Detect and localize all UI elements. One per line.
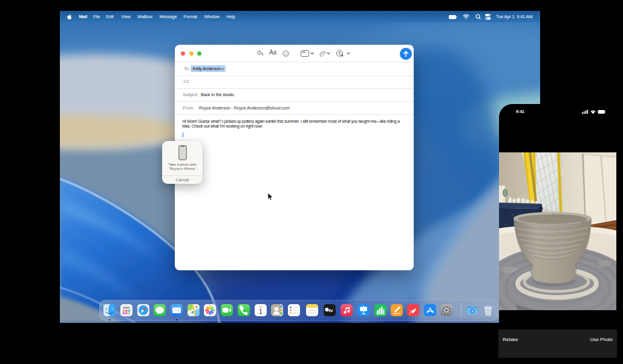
svg-text:tv: tv — [328, 308, 333, 313]
svg-text:1: 1 — [259, 308, 263, 315]
